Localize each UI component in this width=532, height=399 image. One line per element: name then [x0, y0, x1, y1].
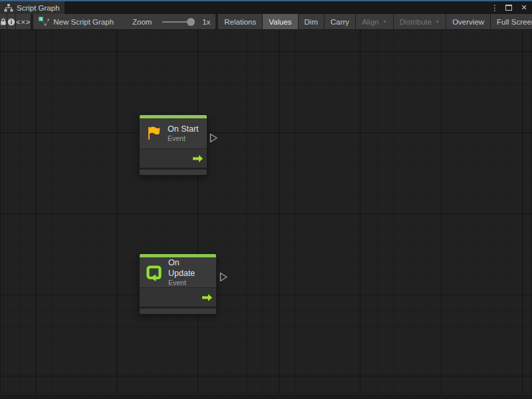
window-close-icon[interactable]: ✕ [520, 3, 528, 12]
graph-hierarchy-icon [4, 4, 13, 12]
node-titles: On Start Event [168, 124, 199, 143]
node-footer [140, 309, 216, 314]
chevron-down-icon: ▼ [382, 19, 387, 24]
chevron-down-icon: ▼ [435, 19, 440, 24]
new-script-graph-button[interactable]: New Script Graph [53, 18, 114, 26]
flag-icon [145, 125, 162, 142]
node-subtitle: Event [168, 134, 199, 143]
connection-handle[interactable] [209, 133, 218, 146]
window-controls: ⋮ ✕ [492, 1, 528, 14]
window-maximize-icon[interactable] [505, 5, 512, 11]
info-icon [7, 18, 15, 26]
lock-button[interactable] [0, 14, 7, 29]
values-toggle[interactable]: Values [263, 14, 297, 29]
toolbar: <×> New Script Graph Zoom 1x Relations V… [0, 14, 532, 29]
new-script-graph-icon [39, 17, 49, 27]
trigger-output-port[interactable] [192, 154, 203, 163]
carry-toggle[interactable]: Carry [325, 14, 355, 29]
node-on-start[interactable]: On Start Event [139, 114, 207, 176]
graph-info-group: New Script Graph Zoom 1x [33, 14, 215, 29]
tab-title: Script Graph [17, 4, 60, 12]
window-menu-icon[interactable]: ⋮ [492, 3, 497, 13]
window-focus-accent [0, 0, 532, 1]
node-footer [140, 170, 207, 175]
lock-icon [0, 18, 7, 26]
code-icon: <×> [16, 18, 31, 26]
node-port-row [140, 288, 216, 307]
node-on-update[interactable]: On Update Event [139, 253, 217, 315]
loop-icon [145, 263, 163, 281]
node-header: On Update Event [140, 257, 216, 287]
distribute-dropdown: Distribute ▼ [394, 14, 446, 29]
node-port-row [140, 149, 207, 168]
zoom-label: Zoom [132, 18, 152, 26]
graph-canvas[interactable]: On Start Event [0, 29, 532, 399]
code-preview-button[interactable]: <×> [16, 14, 31, 29]
node-title: On Start [168, 124, 199, 134]
full-screen-button[interactable]: Full Screen [491, 14, 532, 29]
trigger-output-port[interactable] [201, 293, 213, 302]
zoom-slider[interactable] [162, 21, 193, 23]
tab-script-graph[interactable]: Script Graph [0, 1, 65, 14]
node-titles: On Update Event [168, 257, 208, 287]
script-graph-window: Script Graph ⋮ ✕ <×> [0, 0, 532, 399]
node-subtitle: Event [168, 279, 208, 287]
overview-button[interactable]: Overview [446, 14, 490, 29]
connection-handle[interactable] [219, 272, 228, 285]
relations-toggle[interactable]: Relations [218, 14, 262, 29]
node-title: On Update [168, 257, 208, 279]
zoom-slider-thumb[interactable] [187, 18, 195, 26]
node-header: On Start Event [140, 118, 207, 148]
dim-toggle[interactable]: Dim [299, 14, 324, 29]
align-dropdown: Align ▼ [356, 14, 393, 29]
zoom-value: 1x [202, 18, 210, 26]
info-button[interactable] [7, 14, 15, 29]
canvas-edge [0, 394, 532, 399]
titlebar: Script Graph ⋮ ✕ [0, 1, 532, 14]
